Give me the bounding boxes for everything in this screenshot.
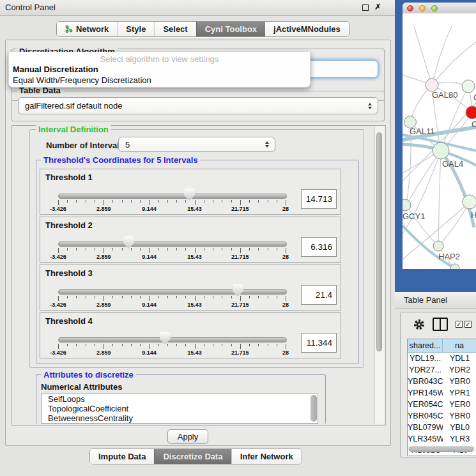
close-traffic-light-icon[interactable] xyxy=(407,5,413,12)
table-cell[interactable]: YBR043C xyxy=(408,376,443,387)
threshold-4-value-field[interactable]: 11.344 xyxy=(301,333,337,353)
network-window-titlebar[interactable] xyxy=(403,3,476,14)
attribute-list-item[interactable]: SelfLoops xyxy=(42,394,318,404)
table-row[interactable]: YLR345WYLR3 xyxy=(408,433,476,445)
table-row[interactable]: YER054CYER0 xyxy=(408,399,476,410)
cyni-bottom-tabbar: Impute Data Discretize Data Infer Networ… xyxy=(89,449,302,464)
network-node-GAL4[interactable] xyxy=(433,142,449,159)
network-node-label: C xyxy=(472,119,476,129)
table-cell[interactable]: YER0 xyxy=(443,399,476,410)
tick-label: 9.144 xyxy=(142,302,157,308)
threshold-1-value-field[interactable]: 14.713 xyxy=(301,189,337,209)
network-node-GAL80[interactable] xyxy=(426,79,438,91)
network-node-label: H xyxy=(471,210,476,220)
table-data-combobox-value: galFiltered.sif default node xyxy=(25,98,122,114)
tick-label: 2.859 xyxy=(96,206,111,212)
threshold-1-slider-thumb[interactable] xyxy=(184,188,195,201)
threshold-2-label: Threshold 2 xyxy=(45,220,93,230)
table-cell[interactable]: YBR0 xyxy=(443,410,476,422)
network-canvas[interactable]: GAL80GCGAL11GAL4GCY1HHAP2 xyxy=(403,13,476,269)
table-cell[interactable]: YBR045C xyxy=(408,410,443,422)
attribute-list-item[interactable]: BetweennessCentrality xyxy=(42,413,318,423)
tab-impute-data[interactable]: Impute Data xyxy=(90,449,154,464)
attribute-list-item[interactable]: TopologicalCoefficient xyxy=(42,404,318,413)
tick-label: -3.426 xyxy=(50,206,66,212)
network-window[interactable]: GAL80GCGAL11GAL4GCY1HHAP2 xyxy=(403,3,476,269)
table-cell[interactable]: YER054C xyxy=(408,399,443,410)
network-view-frame: GAL80GCGAL11GAL4GCY1HHAP2 xyxy=(395,0,476,292)
table-row[interactable]: YDR27...YDR2 xyxy=(408,364,476,376)
tick-label: 21.715 xyxy=(231,206,249,212)
checkbox-icon-2[interactable]: ✓ xyxy=(464,321,472,328)
tick-label: 21.715 xyxy=(231,254,249,260)
threshold-2-value-field[interactable]: 6.316 xyxy=(301,237,337,257)
float-window-button[interactable] xyxy=(362,4,369,11)
close-panel-button[interactable]: ✗ xyxy=(374,2,381,12)
tab-style[interactable]: Style xyxy=(117,22,154,36)
tab-network[interactable]: Network xyxy=(57,22,117,36)
algorithm-option-equal-width[interactable]: Equal Width/Frequency Discretization xyxy=(13,75,151,85)
table-row[interactable]: YBR043CYBR0 xyxy=(408,376,476,387)
column-header-shared-name[interactable]: shared... xyxy=(408,339,443,352)
network-node-C[interactable] xyxy=(466,106,476,119)
tick-label: -3.426 xyxy=(50,302,66,308)
threshold-3-value-field[interactable]: 21.4 xyxy=(301,285,337,305)
table-cell[interactable]: YBR0 xyxy=(443,376,476,387)
tab-jactivemnodules[interactable]: jActiveMNodules xyxy=(265,22,349,36)
table-cell[interactable]: YDR2 xyxy=(443,364,476,376)
tab-infer-network[interactable]: Infer Network xyxy=(231,449,302,464)
tick-label: 28 xyxy=(282,302,289,308)
network-node-G[interactable] xyxy=(462,80,475,93)
table-cell[interactable]: YDR27... xyxy=(408,364,443,376)
settings-scrollbar-thumb[interactable] xyxy=(376,132,382,351)
table-cell[interactable]: YDL1 xyxy=(443,353,476,364)
table-hscrollbar-track[interactable] xyxy=(408,446,475,452)
table-cell[interactable]: YLR345W xyxy=(408,433,443,445)
checkbox-icon-1[interactable]: ✓ xyxy=(456,321,463,328)
tab-select[interactable]: Select xyxy=(154,22,196,36)
column-header-name[interactable]: na xyxy=(443,339,476,352)
table-hscrollbar-thumb[interactable] xyxy=(409,447,473,452)
number-of-intervals-combobox[interactable]: 5 xyxy=(118,137,275,152)
number-of-intervals-value: 5 xyxy=(125,137,130,151)
threshold-4-slider-thumb[interactable] xyxy=(160,332,171,344)
columns-icon[interactable] xyxy=(433,318,448,331)
table-cell[interactable]: YLR3 xyxy=(443,433,476,445)
minimize-traffic-light-icon[interactable] xyxy=(419,5,426,12)
zoom-traffic-light-icon[interactable] xyxy=(431,5,438,12)
table-cell[interactable]: YPR1 xyxy=(443,387,476,399)
network-node-HAP2[interactable] xyxy=(433,241,443,251)
threshold-3-slider-thumb[interactable] xyxy=(233,284,243,296)
tick-label: -3.426 xyxy=(50,349,66,356)
numerical-attributes-list[interactable]: SelfLoopsTopologicalCoefficientBetweenne… xyxy=(41,394,318,424)
table-row[interactable]: YBL079WYBL0 xyxy=(408,422,476,433)
algorithm-dropdown-popup: Select algorithm to view settings Manual… xyxy=(8,52,311,88)
network-node-label: GAL11 xyxy=(410,127,435,136)
threshold-4-slider-track[interactable] xyxy=(58,337,287,342)
network-node-unlabeled[interactable] xyxy=(450,264,459,269)
tab-discretize-data[interactable]: Discretize Data xyxy=(154,449,231,464)
attributes-list-scrollbar-thumb[interactable] xyxy=(311,395,317,422)
network-node-H[interactable] xyxy=(463,195,476,209)
table-row[interactable]: YDL19...YDL1 xyxy=(408,353,476,364)
table-data-combobox[interactable]: galFiltered.sif default node xyxy=(18,97,378,114)
threshold-2-slider-thumb[interactable] xyxy=(123,236,134,249)
network-node-GCY1[interactable] xyxy=(403,199,411,211)
table-cell[interactable]: YDL19... xyxy=(408,353,443,364)
table-cell[interactable]: YPR145W xyxy=(408,387,443,399)
apply-button[interactable]: Apply xyxy=(167,429,208,444)
table-cell[interactable]: YBL079W xyxy=(408,422,443,433)
table-row[interactable]: YBR045CYBR0 xyxy=(408,410,476,422)
node-table-header: shared... na xyxy=(408,339,476,353)
threshold-1-slider-track[interactable] xyxy=(58,194,287,199)
tab-cyni-toolbox[interactable]: Cyni Toolbox xyxy=(196,22,265,36)
tick-label: 15.43 xyxy=(187,206,202,212)
threshold-2-slider-track[interactable] xyxy=(58,242,287,247)
table-row[interactable]: YPR145WYPR1 xyxy=(408,387,476,399)
algorithm-option-manual[interactable]: Manual Discretization xyxy=(13,65,98,74)
node-table-rows: YDL19...YDL1YDR27...YDR2YBR043CYBR0YPR14… xyxy=(408,353,476,456)
tick-label: 15.43 xyxy=(187,302,202,308)
table-cell[interactable]: YBL0 xyxy=(443,422,476,433)
threshold-3-slider-track[interactable] xyxy=(58,289,287,295)
gear-icon[interactable] xyxy=(413,318,426,331)
